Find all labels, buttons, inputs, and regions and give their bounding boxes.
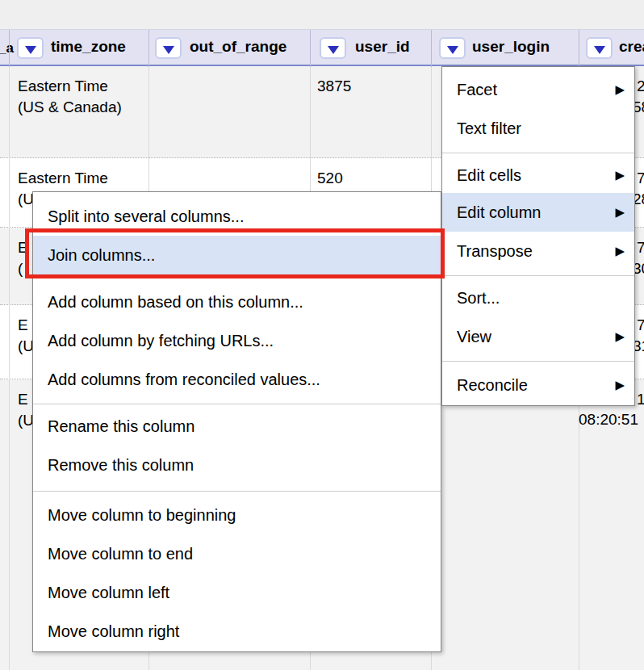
- edit-column-submenu: Split into several columns... Join colum…: [32, 191, 441, 652]
- submenu-item-move-column-left[interactable]: Move column left: [33, 573, 441, 612]
- menu-item-label: Edit cells: [457, 166, 521, 184]
- submenu-item-add-columns-reconciled[interactable]: Add columns from reconciled values...: [33, 360, 441, 399]
- menu-item-transpose[interactable]: Transpose▶: [442, 232, 634, 270]
- cell-created[interactable]: 1: [637, 389, 644, 410]
- header-divider: [431, 30, 432, 67]
- column-dropdown-button[interactable]: [17, 37, 44, 59]
- menu-item-label: Sort...: [457, 289, 500, 307]
- column-header-user-login: user_login: [472, 38, 550, 56]
- column-dropdown-menu: Facet▶ Text filter Edit cells▶ Edit colu…: [441, 66, 635, 406]
- header-divider: [310, 30, 311, 67]
- cell-user-id[interactable]: 520: [317, 168, 343, 189]
- header-divider: [148, 30, 149, 67]
- submenu-item-move-column-right[interactable]: Move column right: [33, 612, 441, 651]
- cell-created[interactable]: 7: [637, 168, 644, 189]
- dropdown-triangle-icon: [328, 46, 339, 54]
- submenu-item-remove-column[interactable]: Remove this column: [33, 446, 441, 484]
- menu-item-sort[interactable]: Sort...: [442, 278, 634, 317]
- column-header-user-id: user_id: [355, 38, 410, 56]
- cell-created[interactable]: 2: [637, 76, 644, 97]
- column-dropdown-button[interactable]: [586, 37, 613, 59]
- menu-item-label: Edit column: [457, 203, 542, 221]
- menu-item-label: Split into several columns...: [48, 207, 244, 225]
- menu-item-label: Transpose: [457, 242, 533, 260]
- menu-item-label: Move column to beginning: [48, 506, 236, 524]
- cell-time-zone[interactable]: (US & Canada): [18, 97, 122, 118]
- dropdown-triangle-icon: [25, 46, 36, 54]
- menu-item-label: Add column by fetching URLs...: [48, 332, 274, 350]
- menu-item-edit-column[interactable]: Edit column▶: [442, 193, 634, 232]
- submenu-arrow-icon: ▶: [615, 70, 625, 109]
- cell-created[interactable]: 7: [637, 237, 644, 258]
- column-dropdown-button[interactable]: [155, 37, 182, 59]
- cell-time-zone[interactable]: E: [18, 237, 28, 258]
- submenu-item-split-columns[interactable]: Split into several columns...: [33, 197, 441, 236]
- menu-item-label: Move column to end: [48, 545, 193, 563]
- menu-item-facet[interactable]: Facet▶: [442, 70, 634, 109]
- submenu-item-rename-column[interactable]: Rename this column: [33, 407, 441, 446]
- submenu-item-move-column-beginning[interactable]: Move column to beginning: [33, 496, 441, 534]
- dropdown-triangle-icon: [447, 46, 458, 54]
- cell-created[interactable]: 7: [637, 315, 644, 336]
- column-header-time-zone: time_zone: [51, 38, 126, 56]
- menu-item-label: Text filter: [457, 119, 521, 137]
- submenu-item-join-columns[interactable]: Join columns...: [33, 236, 441, 274]
- cell-time-zone[interactable]: (: [18, 258, 23, 279]
- cell-time-zone[interactable]: Eastern Time: [18, 76, 108, 97]
- dropdown-triangle-icon: [594, 46, 605, 54]
- submenu-item-add-column-fetch-urls[interactable]: Add column by fetching URLs...: [33, 321, 441, 360]
- submenu-arrow-icon: ▶: [615, 317, 625, 356]
- submenu-item-move-column-end[interactable]: Move column to end: [33, 534, 441, 573]
- column-divider: [9, 66, 10, 670]
- submenu-arrow-icon: ▶: [615, 366, 625, 404]
- menu-item-label: Add columns from reconciled values...: [48, 371, 320, 388]
- cell-user-id[interactable]: 3875: [317, 76, 351, 97]
- submenu-arrow-icon: ▶: [615, 232, 625, 270]
- menu-separator: [442, 153, 634, 153]
- header-divider: [579, 30, 579, 67]
- menu-item-label: Remove this column: [48, 456, 194, 474]
- column-header-fragment: _a: [0, 40, 14, 57]
- cell-created[interactable]: 08:20:51: [579, 409, 638, 430]
- submenu-arrow-icon: ▶: [615, 156, 625, 195]
- menu-separator: [442, 275, 634, 276]
- submenu-arrow-icon: ▶: [615, 193, 625, 232]
- menu-item-label: Facet: [457, 81, 497, 98]
- openrefine-data-table-view: Eastern Time (US & Canada) 3875 2 58 Eas…: [0, 0, 644, 670]
- submenu-item-add-column-based[interactable]: Add column based on this column...: [33, 283, 441, 321]
- menu-separator: [33, 491, 441, 492]
- column-dropdown-button[interactable]: [439, 37, 466, 59]
- dropdown-triangle-icon: [163, 46, 174, 54]
- menu-item-label: Reconcile: [457, 376, 528, 394]
- menu-item-reconcile[interactable]: Reconcile▶: [442, 366, 634, 404]
- cell-time-zone[interactable]: E: [18, 315, 28, 336]
- menu-item-label: Join columns...: [48, 246, 155, 264]
- menu-item-text-filter[interactable]: Text filter: [442, 109, 634, 148]
- menu-item-edit-cells[interactable]: Edit cells▶: [442, 156, 634, 195]
- menu-item-view[interactable]: View▶: [442, 317, 634, 356]
- menu-separator: [442, 361, 634, 362]
- cell-time-zone[interactable]: E: [18, 389, 28, 410]
- menu-item-label: Add column based on this column...: [48, 293, 303, 311]
- column-dropdown-button[interactable]: [320, 37, 346, 59]
- header-divider: [9, 30, 10, 67]
- column-header-bar: _a time_zone out_of_range user_id user_l…: [0, 29, 644, 66]
- menu-item-label: Move column left: [48, 584, 169, 601]
- menu-item-label: Rename this column: [48, 417, 194, 435]
- column-header-out-of-range: out_of_range: [190, 38, 286, 56]
- column-header-created: crea: [619, 38, 644, 56]
- menu-item-label: Move column right: [48, 622, 179, 640]
- menu-item-label: View: [457, 328, 491, 345]
- cell-time-zone[interactable]: Eastern Time: [18, 168, 108, 189]
- menu-separator: [33, 404, 441, 404]
